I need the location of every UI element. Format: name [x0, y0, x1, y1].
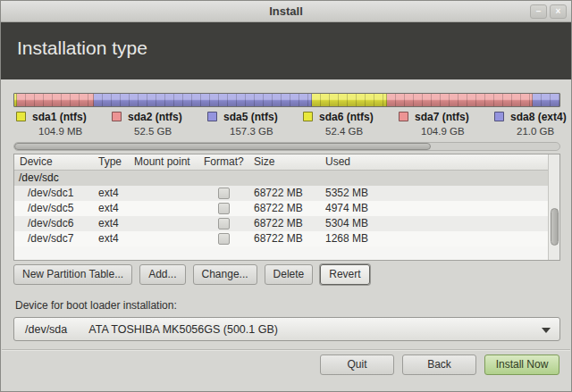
- bootloader-device: /dev/sda: [25, 323, 67, 336]
- type-cell: ext4: [93, 186, 129, 201]
- new-partition-table-button[interactable]: New Partition Table...: [13, 264, 132, 285]
- format-checkbox[interactable]: [218, 218, 230, 229]
- column-header-device[interactable]: Device: [14, 154, 93, 170]
- legend-partition-size: 104.9 GB: [421, 126, 491, 137]
- table-header-row: DeviceTypeMount pointFormat?SizeUsed: [14, 154, 559, 171]
- format-cell: [198, 201, 248, 216]
- used-cell: 5304 MB: [320, 216, 559, 231]
- footer-separator: [2, 349, 570, 351]
- mount-point-cell: [129, 201, 198, 216]
- format-checkbox[interactable]: [218, 233, 230, 245]
- vertical-scrollbar[interactable]: [548, 154, 559, 260]
- legend-item: sda6 (ntfs)52.4 GB: [299, 110, 395, 140]
- partition-segment-sda5[interactable]: [94, 94, 312, 106]
- page-title: Installation type: [17, 38, 147, 59]
- install-window: Install – × Installation type sda1 (ntfs…: [0, 0, 572, 392]
- legend-item: sda7 (ntfs)104.9 GB: [395, 110, 491, 140]
- horizontal-scrollbar-thumb[interactable]: [14, 143, 431, 150]
- partition-bar: [13, 93, 560, 107]
- used-cell: 4974 MB: [320, 201, 559, 216]
- legend-item-top: sda8 (ext4): [494, 110, 572, 123]
- column-header-format[interactable]: Format?: [198, 154, 248, 170]
- legend-item: sda2 (ntfs)52.5 GB: [108, 110, 204, 140]
- quit-button[interactable]: Quit: [320, 354, 394, 375]
- partition-segment-sda7[interactable]: [387, 94, 533, 106]
- install-now-button[interactable]: Install Now: [484, 354, 559, 375]
- table-row[interactable]: /dev/sdc1ext468722 MB5352 MB: [14, 186, 559, 201]
- device-cell: /dev/sdc6: [14, 216, 93, 231]
- legend-color-chip: [399, 112, 408, 121]
- partition-table: DeviceTypeMount pointFormat?SizeUsed /de…: [13, 154, 560, 261]
- type-cell: ext4: [93, 231, 129, 246]
- disk-group-row[interactable]: /dev/sdc: [14, 171, 559, 186]
- legend-partition-size: 104.9 MB: [38, 126, 108, 137]
- format-cell: [198, 216, 248, 231]
- vertical-scrollbar-thumb[interactable]: [551, 208, 559, 246]
- bootloader-label: Device for boot loader installation:: [15, 299, 177, 312]
- device-cell: /dev/sdc5: [14, 201, 93, 216]
- table-body: /dev/sdc1ext468722 MB5352 MB/dev/sdc5ext…: [14, 186, 559, 246]
- column-header-used[interactable]: Used: [320, 154, 559, 170]
- delete-button[interactable]: Delete: [265, 264, 314, 285]
- add-button[interactable]: Add...: [139, 264, 185, 285]
- mount-point-cell: [129, 186, 198, 201]
- partition-action-row: New Partition Table...Add...Change...Del…: [13, 264, 370, 285]
- legend-color-chip: [16, 112, 26, 121]
- legend-item: sda1 (ntfs)104.9 MB: [13, 110, 108, 140]
- legend-partition-size: 52.5 GB: [134, 126, 204, 137]
- window-title: Install: [1, 1, 571, 22]
- size-cell: 68722 MB: [248, 231, 320, 246]
- legend-item-top: sda5 (ntfs): [207, 110, 299, 123]
- column-header-size[interactable]: Size: [248, 154, 320, 170]
- legend-partition-size: 157.3 GB: [230, 126, 299, 137]
- legend-partition-label: sda1 (ntfs): [32, 111, 87, 123]
- legend-item: sda8 (ext4)21.0 GB: [491, 110, 572, 140]
- minimize-button[interactable]: –: [530, 4, 547, 19]
- partition-segment-sda8[interactable]: [533, 94, 559, 106]
- close-button[interactable]: ×: [550, 4, 567, 19]
- legend-item-top: sda6 (ntfs): [303, 110, 395, 123]
- bootloader-device-description: ATA TOSHIBA MK5056GS (500.1 GB): [88, 323, 278, 336]
- horizontal-scrollbar[interactable]: [13, 142, 560, 151]
- change-button[interactable]: Change...: [193, 264, 257, 285]
- legend-partition-label: sda7 (ntfs): [415, 111, 469, 123]
- footer-button-row: Quit Back Install Now: [320, 354, 559, 375]
- legend-color-chip: [303, 112, 313, 121]
- size-cell: 68722 MB: [248, 186, 320, 201]
- partition-segment-sda2[interactable]: [17, 94, 94, 106]
- type-cell: ext4: [93, 201, 129, 216]
- format-cell: [198, 231, 248, 246]
- table-row[interactable]: /dev/sdc7ext468722 MB1268 MB: [14, 231, 559, 246]
- legend-partition-label: sda6 (ntfs): [319, 111, 374, 123]
- chevron-down-icon: [542, 328, 551, 333]
- type-cell: ext4: [93, 216, 129, 231]
- bootloader-device-select[interactable]: /dev/sda ATA TOSHIBA MK5056GS (500.1 GB): [13, 317, 560, 341]
- mount-point-cell: [129, 231, 198, 246]
- window-titlebar: Install – ×: [1, 1, 571, 22]
- format-checkbox[interactable]: [218, 203, 230, 214]
- partition-segment-sda6[interactable]: [312, 94, 387, 106]
- format-checkbox[interactable]: [218, 188, 230, 199]
- column-header-type[interactable]: Type: [93, 154, 129, 170]
- size-cell: 68722 MB: [248, 216, 320, 231]
- header-band: Installation type: [1, 22, 571, 79]
- size-cell: 68722 MB: [248, 201, 320, 216]
- column-header-mount-point[interactable]: Mount point: [129, 154, 198, 170]
- used-cell: 5352 MB: [320, 186, 559, 201]
- revert-button[interactable]: Revert: [320, 264, 369, 285]
- table-row[interactable]: /dev/sdc6ext468722 MB5304 MB: [14, 216, 559, 231]
- device-cell: /dev/sdc1: [14, 186, 93, 201]
- table-row[interactable]: /dev/sdc5ext468722 MB4974 MB: [14, 201, 559, 216]
- legend-item-top: sda2 (ntfs): [112, 110, 204, 123]
- legend-partition-label: sda2 (ntfs): [128, 111, 182, 123]
- legend-color-chip: [207, 112, 217, 121]
- legend-partition-size: 52.4 GB: [325, 126, 395, 137]
- legend-item-top: sda1 (ntfs): [16, 110, 108, 123]
- back-button[interactable]: Back: [402, 354, 476, 375]
- mount-point-cell: [129, 216, 198, 231]
- legend-partition-label: sda5 (ntfs): [223, 111, 278, 123]
- legend-partition-size: 21.0 GB: [517, 126, 572, 137]
- used-cell: 1268 MB: [320, 231, 559, 246]
- legend-color-chip: [112, 112, 122, 121]
- device-cell: /dev/sdc7: [14, 231, 93, 246]
